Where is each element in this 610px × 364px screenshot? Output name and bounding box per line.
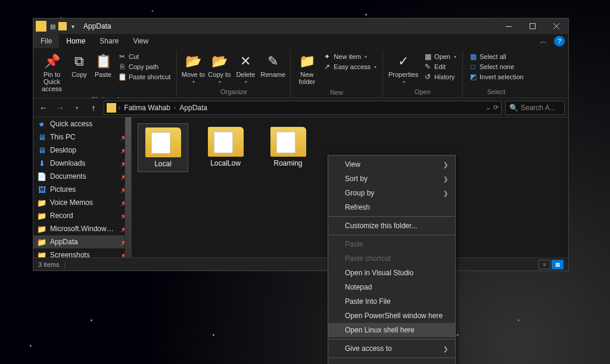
new-folder-button[interactable]: 📁New folder bbox=[294, 51, 319, 88]
select-all-button[interactable]: ▦Select all bbox=[466, 52, 526, 61]
breadcrumb[interactable]: AppData bbox=[178, 104, 208, 112]
copy-to-button[interactable]: 📂Copy to bbox=[207, 51, 232, 87]
menu-separator bbox=[329, 235, 455, 235]
delete-icon: ✕ bbox=[237, 53, 254, 70]
sidebar-item-downloads[interactable]: ⬇Downloads📌 bbox=[33, 157, 131, 170]
move-to-button[interactable]: 📂Move to bbox=[180, 51, 206, 87]
view-icons-button[interactable]: ▦ bbox=[552, 260, 564, 269]
menu-item-paste-into-file[interactable]: Paste Into File bbox=[328, 294, 455, 309]
edit-icon: ✎ bbox=[424, 63, 432, 71]
new-item-button[interactable]: ✦New item bbox=[320, 52, 379, 61]
qat-properties[interactable]: ▤ bbox=[48, 21, 57, 31]
sidebar-item-label: Voice Memos bbox=[50, 198, 93, 207]
help-icon[interactable]: ? bbox=[554, 36, 565, 46]
forward-button[interactable]: → bbox=[54, 101, 67, 114]
invert-selection-icon: ◩ bbox=[469, 73, 477, 81]
pin-to-quick-access-button[interactable]: 📌 Pin to Quick access bbox=[37, 51, 67, 95]
folder-item-local[interactable]: Local bbox=[138, 123, 188, 172]
folder-item-roaming[interactable]: Roaming bbox=[263, 123, 313, 171]
copy-path-button[interactable]: ⎘Copy path bbox=[116, 62, 173, 71]
close-button[interactable] bbox=[544, 18, 568, 34]
sidebar-item-label: AppData bbox=[50, 238, 78, 246]
menu-item-give-access-to[interactable]: Give access to❯ bbox=[328, 341, 455, 356]
copy-button[interactable]: ⧉ Copy bbox=[68, 51, 91, 80]
maximize-button[interactable] bbox=[521, 18, 544, 34]
sidebar-item-desktop[interactable]: 🖥Desktop📌 bbox=[33, 144, 131, 157]
search-input[interactable]: 🔍 Search A... bbox=[505, 101, 565, 115]
menu-item-refresh[interactable]: Refresh bbox=[328, 200, 455, 214]
address-row: ← → ▾ ↑ › Fatima Wahab › AppData ⌄ ⟳ 🔍 S… bbox=[33, 98, 568, 117]
menu-item-notepad[interactable]: Notepad bbox=[328, 280, 455, 294]
select-none-button[interactable]: □Select none bbox=[466, 62, 526, 71]
download-icon: ⬇ bbox=[37, 158, 46, 168]
paste-shortcut-button[interactable]: 📋Paste shortcut bbox=[116, 72, 173, 82]
delete-button[interactable]: ✕Delete bbox=[233, 51, 258, 87]
paste-button[interactable]: 📋 Paste bbox=[92, 51, 114, 80]
sidebar-item-documents[interactable]: 📄Documents📌 bbox=[33, 170, 131, 183]
tab-share[interactable]: Share bbox=[92, 34, 126, 48]
tab-view[interactable]: View bbox=[126, 34, 155, 48]
sidebar-item-this-pc[interactable]: 🖥This PC📌 bbox=[33, 130, 131, 144]
explorer-body: ★Quick access🖥This PC📌🖥Desktop📌⬇Download… bbox=[33, 117, 568, 257]
chevron-right-icon: ❯ bbox=[443, 176, 448, 182]
sidebar-item-voice-memos[interactable]: 📁Voice Memos📌 bbox=[33, 196, 131, 209]
refresh-icon[interactable]: ⟳ bbox=[493, 104, 499, 111]
address-bar[interactable]: › Fatima Wahab › AppData ⌄ ⟳ bbox=[104, 101, 502, 115]
view-details-button[interactable]: ≡ bbox=[539, 260, 550, 269]
sidebar-item-pictures[interactable]: 🖼Pictures📌 bbox=[33, 183, 131, 196]
status-item-count: 3 items bbox=[38, 261, 59, 268]
tab-file[interactable]: File bbox=[33, 34, 59, 48]
folder-item-locallow[interactable]: LocalLow bbox=[200, 123, 251, 171]
chevron-right-icon: ❯ bbox=[443, 190, 448, 197]
folder-icon bbox=[36, 21, 46, 32]
sidebar-item-microsoft-windowste[interactable]: 📁Microsoft.WindowsTe📌 bbox=[33, 222, 131, 235]
pin-icon: 📌 bbox=[43, 53, 60, 70]
sidebar-item-screenshots[interactable]: 📁Screenshots📌 bbox=[33, 248, 131, 257]
menu-item-view[interactable]: View❯ bbox=[328, 157, 455, 172]
collapse-ribbon-icon[interactable]: ︿ bbox=[536, 34, 550, 48]
new-folder-icon: 📁 bbox=[298, 53, 315, 70]
breadcrumb[interactable]: Fatima Wahab bbox=[123, 104, 172, 112]
copy-to-icon: 📂 bbox=[211, 53, 228, 70]
invert-selection-button[interactable]: ◩Invert selection bbox=[466, 72, 526, 82]
history-button[interactable]: ↺History bbox=[421, 72, 459, 82]
easy-access-button[interactable]: ↗Easy access bbox=[320, 62, 379, 71]
folder-icon: 📁 bbox=[37, 250, 46, 257]
menu-item-customize-this-folder[interactable]: Customize this folder... bbox=[328, 219, 455, 233]
back-button[interactable]: ← bbox=[37, 101, 50, 114]
open-button[interactable]: ▦Open bbox=[421, 52, 459, 61]
sidebar-item-label: Microsoft.WindowsTe bbox=[50, 225, 117, 233]
cut-button[interactable]: ✂Cut bbox=[116, 52, 173, 61]
properties-button[interactable]: ✓Properties bbox=[387, 51, 420, 87]
menu-item-open-linux-shell-here[interactable]: Open Linux shell here bbox=[328, 323, 455, 337]
menu-item-label: Customize this folder... bbox=[345, 222, 417, 230]
qat-dropdown-icon[interactable]: ▾ bbox=[68, 21, 77, 31]
paste-icon: 📋 bbox=[95, 53, 111, 70]
sidebar-item-label: Documents bbox=[50, 172, 86, 181]
sidebar-item-quick-access[interactable]: ★Quick access bbox=[33, 117, 131, 130]
menu-item-label: View bbox=[345, 160, 360, 169]
menu-item-label: Paste bbox=[345, 240, 363, 248]
menu-item-open-in-visual-studio[interactable]: Open in Visual Studio bbox=[328, 266, 455, 280]
svg-rect-1 bbox=[530, 24, 536, 29]
sidebar-item-record[interactable]: 📁Record📌 bbox=[33, 209, 131, 222]
doc-icon: 📄 bbox=[37, 172, 46, 181]
menu-item-paste: Paste bbox=[328, 237, 455, 251]
menu-item-sort-by[interactable]: Sort by❯ bbox=[328, 172, 455, 186]
pin-icon: 📌 bbox=[120, 173, 127, 180]
menu-item-new[interactable]: New❯ bbox=[328, 360, 455, 364]
edit-button[interactable]: ✎Edit bbox=[421, 62, 459, 71]
menu-item-group-by[interactable]: Group by❯ bbox=[328, 186, 455, 200]
address-dropdown-icon[interactable]: ⌄ bbox=[485, 104, 491, 111]
desktop-icon: 🖥 bbox=[37, 145, 46, 155]
open-icon: ▦ bbox=[424, 52, 432, 61]
minimize-button[interactable] bbox=[497, 18, 521, 34]
properties-icon: ✓ bbox=[395, 53, 412, 70]
tab-home[interactable]: Home bbox=[59, 34, 92, 48]
up-button[interactable]: ↑ bbox=[87, 101, 100, 114]
qat-newfolder[interactable] bbox=[58, 22, 67, 30]
sidebar-item-appdata[interactable]: 📁AppData📌 bbox=[33, 235, 131, 248]
recent-dropdown[interactable]: ▾ bbox=[70, 101, 83, 114]
menu-item-open-powershell-window-here[interactable]: Open PowerShell window here bbox=[328, 309, 455, 323]
rename-button[interactable]: ✎Rename bbox=[259, 51, 287, 80]
